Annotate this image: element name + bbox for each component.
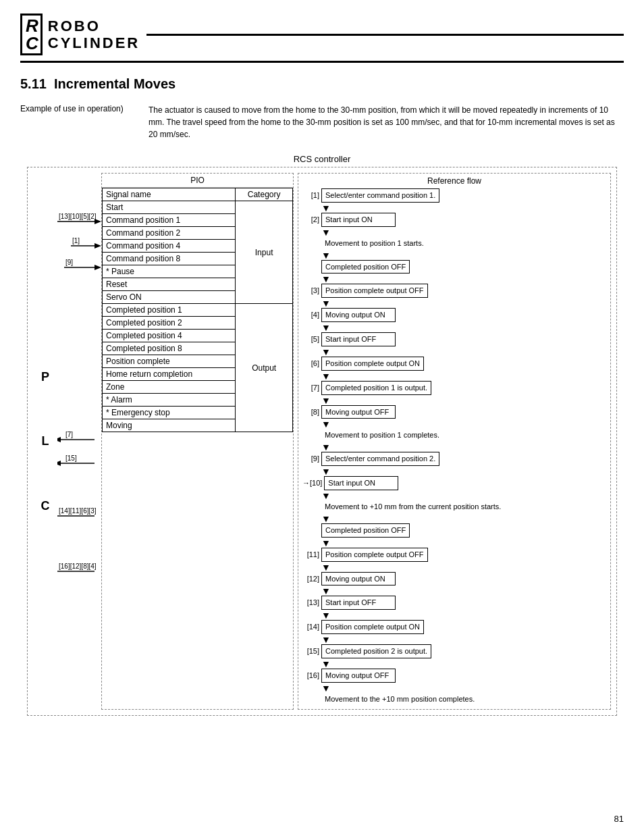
flow-idx-11: [11] (302, 550, 321, 560)
flow-idx-12: [12] (302, 574, 321, 584)
table-row: Completed position 1 Output (103, 304, 293, 317)
flow-idx-10: →[10] (302, 478, 324, 488)
flow-step-8: [8] Moving output OFF (302, 405, 606, 419)
flow-arrow: ▼ (302, 251, 606, 260)
flow-arrow: ▼ (302, 228, 606, 237)
plc-c: C (41, 498, 50, 513)
flow-arrow: ▼ (302, 298, 606, 308)
flow-plain-move1complete: Movement to position 1 completes. (321, 429, 443, 442)
signal-cmd1: Command position 1 (103, 214, 236, 227)
signal-home: Home return completion (103, 368, 236, 381)
flow-idx-8: [8] (302, 407, 321, 417)
flow-idx-1: [1] (302, 190, 321, 201)
col-category: Category (236, 188, 293, 201)
flow-step-compoff: Completed position OFF (302, 260, 606, 274)
plc-column: P L C (33, 173, 57, 710)
pio-ref-area: [13][10][5][2] [1] [9] [7] (57, 173, 611, 710)
svg-marker-13 (57, 461, 61, 466)
flow-box-15: Completed position 2 is output. (321, 644, 431, 658)
signal-zone: Zone (103, 381, 236, 394)
flow-arrow: ▼ (302, 274, 606, 284)
intro-row: Example of use in operation) The actuato… (20, 104, 624, 140)
flow-arrow: ▼ (302, 396, 606, 405)
flow-arrow: ▼ (302, 323, 606, 332)
plc-l: L (42, 434, 49, 448)
flow-step-move2: Movement to +10 mm from the current posi… (302, 500, 606, 513)
ref-title: Reference flow (302, 176, 606, 186)
flow-arrow: ▼ (302, 563, 606, 572)
flow-box-9: Select/enter command position 2. (321, 452, 439, 466)
signal-comp4: Completed position 4 (103, 330, 236, 342)
signal-alarm: * Alarm (103, 394, 236, 407)
pio-table: Signal name Category Start Input Command… (102, 188, 293, 432)
flow-plain-final: Movement to the +10 mm position complete… (321, 693, 478, 706)
svg-marker-7 (95, 265, 101, 270)
flow-steps: [1] Select/enter command position 1. ▼ [… (302, 188, 606, 706)
flow-step-move1complete: Movement to position 1 completes. (302, 429, 606, 442)
flow-step-7: [7] Completed position 1 is output. (302, 381, 606, 395)
intro-text: The actuator is caused to move from the … (149, 104, 624, 140)
signal-pause: * Pause (103, 265, 236, 278)
flow-arrow: ▼ (302, 467, 606, 476)
flow-step-2: [2] Start input ON (302, 213, 606, 227)
flow-arrow: ▼ (302, 347, 606, 357)
flow-box-1: Select/enter command position 1. (321, 188, 439, 203)
flow-box-6: Position complete output ON (321, 357, 424, 371)
diagram-title: RCS controller (20, 154, 624, 164)
flow-box-16: Moving output OFF (321, 669, 396, 683)
svg-text:[16][12][8][4]: [16][12][8][4] (59, 563, 97, 570)
flow-step-9: [9] Select/enter command position 2. (302, 452, 606, 466)
flow-step-14: [14] Position complete output ON (302, 620, 606, 634)
svg-text:[1]: [1] (72, 237, 80, 244)
flow-box-11: Position complete output OFF (321, 548, 428, 562)
svg-marker-10 (57, 437, 61, 442)
flow-box-3: Position complete output OFF (321, 284, 428, 298)
flow-box-compoff2: Completed position OFF (321, 523, 410, 538)
flow-idx-15: [15] (302, 646, 321, 656)
flow-step-compoff2: Completed position OFF (302, 523, 606, 538)
flow-step-5: [5] Start input OFF (302, 332, 606, 346)
flow-idx-13: [13] (302, 598, 321, 608)
plc-p: P (41, 369, 49, 384)
svg-text:[7]: [7] (65, 431, 73, 438)
svg-text:[9]: [9] (65, 259, 73, 266)
signal-servo: Servo ON (103, 291, 236, 304)
output-category: Output (236, 304, 293, 432)
svg-text:[15]: [15] (65, 454, 77, 462)
flow-arrow: ▼ (302, 538, 606, 548)
flow-box-5: Start input OFF (321, 332, 396, 346)
flow-idx-3: [3] (302, 286, 321, 296)
flow-idx-14: [14] (302, 622, 321, 632)
flow-box-4: Moving output ON (321, 308, 396, 322)
flow-idx-7: [7] (302, 383, 321, 393)
flow-step-13: [13] Start input OFF (302, 596, 606, 610)
flow-step-16: [16] Moving output OFF (302, 669, 606, 683)
flow-box-8: Moving output OFF (321, 405, 396, 419)
flow-idx-6: [6] (302, 359, 321, 369)
table-row: Start Input (103, 201, 293, 214)
flow-step-3: [3] Position complete output OFF (302, 284, 606, 298)
page: RC ROBO CYLINDER 5.11 Incremental Moves … (0, 0, 644, 834)
reference-flow: Reference flow [1] Select/enter command … (298, 173, 611, 710)
svg-text:[14][11][6][3]: [14][11][6][3] (59, 507, 97, 515)
pio-title: PIO (102, 174, 293, 188)
flow-box-14: Position complete output ON (321, 620, 424, 634)
page-number: 81 (614, 814, 624, 824)
flow-step-10: →[10] Start input ON (302, 476, 606, 490)
flow-arrow: ▼ (302, 659, 606, 669)
section-title: 5.11 Incremental Moves (20, 76, 624, 92)
flow-step-12: [12] Moving output ON (302, 572, 606, 586)
svg-marker-4 (95, 243, 101, 249)
signal-reset: Reset (103, 278, 236, 291)
flow-box-compoff: Completed position OFF (321, 260, 410, 274)
flow-plain-move1: Movement to position 1 starts. (321, 237, 427, 250)
signal-cmd8: Command position 8 (103, 253, 236, 265)
header-line (146, 34, 624, 36)
flow-arrow: ▼ (302, 683, 606, 693)
flow-arrow: ▼ (302, 610, 606, 620)
logo-block: RC ROBO CYLINDER (20, 14, 140, 55)
wire-area: [13][10][5][2] [1] [9] [7] (57, 173, 101, 710)
signal-comp1: Completed position 1 (103, 304, 236, 317)
svg-text:[13][10][5][2]: [13][10][5][2] (59, 213, 97, 220)
signal-moving: Moving (103, 419, 236, 432)
